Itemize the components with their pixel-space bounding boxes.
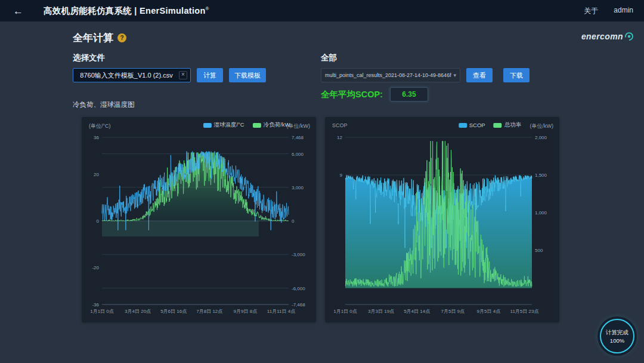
results-dropdown-value: multi_points_cal_results_2021-08-27-14-1…: [325, 72, 451, 78]
page-title: 全年计算: [73, 31, 113, 45]
svg-text:12: 12: [337, 135, 342, 140]
svg-text:9月9日 8点: 9月9日 8点: [234, 309, 258, 314]
clear-file-icon[interactable]: ×: [179, 71, 187, 79]
results-dropdown[interactable]: multi_points_cal_results_2021-08-27-14-1…: [321, 68, 460, 82]
svg-text:7月5日 9点: 7月5日 9点: [441, 309, 465, 314]
chevron-down-icon: ▾: [453, 72, 456, 78]
svg-text:-6,000: -6,000: [292, 286, 305, 291]
charts-section-label: 冷负荷、湿球温度图: [73, 100, 135, 109]
svg-text:1,000: 1,000: [535, 210, 547, 216]
brand-logo-text: enercomn: [581, 32, 623, 41]
annual-scop-value: 6.35: [390, 87, 428, 101]
logo-globe-icon: [624, 31, 634, 42]
app-title: 高效机房能耗仿真系统 | EnerSimulation®: [44, 5, 209, 17]
svg-text:-7,468: -7,468: [292, 302, 305, 307]
progress-value: 100%: [610, 337, 624, 344]
svg-text:3,000: 3,000: [292, 185, 304, 190]
svg-text:-36: -36: [92, 302, 99, 307]
svg-text:2,000: 2,000: [535, 135, 547, 140]
svg-text:9月5日 4点: 9月5日 4点: [477, 309, 501, 314]
back-arrow-icon[interactable]: ←: [10, 5, 27, 17]
svg-text:3月3日 19点: 3月3日 19点: [368, 309, 394, 314]
results-section-label: 全部: [321, 53, 337, 63]
svg-text:0: 0: [292, 219, 295, 224]
about-link[interactable]: 关于: [584, 6, 598, 16]
annual-scop-row: 全年平均SCOP: 6.35: [321, 87, 428, 101]
scop-power-chart-canvas[interactable]: 1292,0001,5001,0005001月1日 0点3月3日 19点5月4日…: [325, 117, 559, 322]
file-input-value: 8760输入文件模板_V1.0 (2).csv: [76, 71, 177, 80]
progress-label: 计算完成: [606, 329, 628, 337]
svg-text:7,468: 7,468: [292, 135, 304, 140]
download-button[interactable]: 下载: [503, 68, 530, 82]
svg-text:36: 36: [94, 135, 99, 140]
svg-text:500: 500: [535, 248, 543, 253]
view-button[interactable]: 查看: [466, 68, 493, 82]
svg-text:1月1日 0点: 1月1日 0点: [90, 309, 114, 314]
calculation-progress-ring: 计算完成 100%: [600, 319, 634, 353]
download-template-button[interactable]: 下载模板: [229, 68, 266, 82]
user-menu[interactable]: admin: [614, 6, 633, 16]
calculate-button[interactable]: 计算: [197, 68, 223, 82]
file-input[interactable]: 8760输入文件模板_V1.0 (2).csv ×: [73, 68, 191, 82]
svg-text:5月6日 16点: 5月6日 16点: [160, 309, 187, 314]
svg-text:11月11日 4点: 11月11日 4点: [267, 309, 295, 314]
svg-text:9: 9: [340, 173, 343, 178]
file-section-label: 选择文件: [73, 53, 105, 63]
load-wetbulb-chart-canvas[interactable]: 36200-20-367,4686,0003,0000-3,000-6,000-…: [82, 117, 316, 322]
annual-scop-label: 全年平均SCOP:: [321, 89, 383, 100]
scop-power-chart-card: SCOP (单位/kW) SCOP 总功率 1292,0001,5001,000…: [325, 117, 559, 322]
svg-text:6,000: 6,000: [292, 152, 304, 157]
svg-text:5月4日 14点: 5月4日 14点: [404, 309, 430, 314]
svg-text:20: 20: [94, 172, 99, 177]
page-header: 全年计算 ?: [73, 31, 126, 45]
svg-text:-20: -20: [92, 265, 99, 270]
svg-text:7月8日 12点: 7月8日 12点: [196, 309, 222, 314]
svg-text:0: 0: [97, 219, 100, 224]
registered-mark: ®: [206, 6, 209, 11]
svg-text:3月4日 20点: 3月4日 20点: [125, 309, 151, 314]
brand-logo: enercomn: [581, 31, 634, 42]
svg-text:-3,000: -3,000: [292, 252, 305, 257]
topbar: ← 高效机房能耗仿真系统 | EnerSimulation® 关于 admin: [0, 0, 644, 21]
svg-text:1月1日 0点: 1月1日 0点: [333, 309, 357, 314]
app-title-text: 高效机房能耗仿真系统 | EnerSimulation: [44, 6, 206, 16]
svg-text:1,500: 1,500: [535, 173, 547, 178]
help-icon[interactable]: ?: [117, 33, 126, 42]
load-wetbulb-chart-card: (单位/°C) (单位/kW) 湿球温度/°C 冷负荷/kW 36200-20-…: [82, 117, 316, 322]
svg-text:11月5日 23点: 11月5日 23点: [510, 309, 539, 314]
